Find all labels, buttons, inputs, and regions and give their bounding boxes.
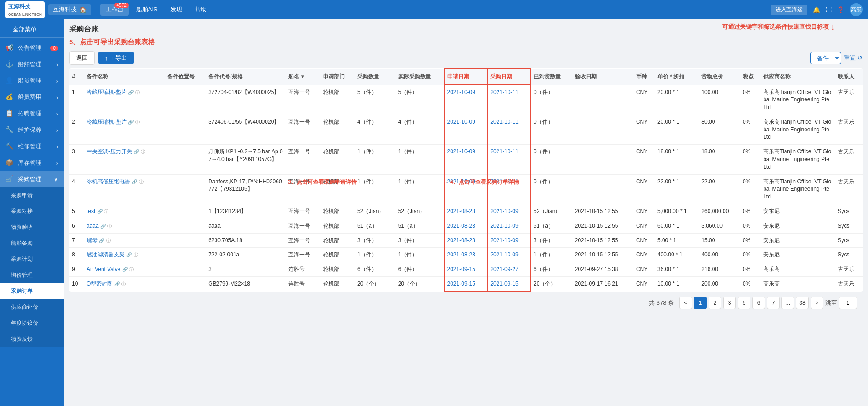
- purchase-date-link[interactable]: 2021-10-11: [490, 148, 518, 155]
- apply-date-link[interactable]: 2021-10-09: [447, 119, 475, 125]
- cell-purchase-date[interactable]: 2021-10-09: [487, 204, 530, 219]
- sidebar-sub-order[interactable]: 采购订单: [0, 283, 64, 299]
- sidebar-sub-feedback[interactable]: 物资反馈: [0, 331, 64, 347]
- sidebar-item-purchase[interactable]: 🛒 采购管理 ∨: [0, 171, 64, 187]
- sidebar-sub-plan[interactable]: 采购计划: [0, 251, 64, 267]
- cell-purchase-date[interactable]: 2021-09-27: [487, 262, 530, 277]
- apply-date-link[interactable]: 2021-09-15: [447, 281, 475, 287]
- apply-date-link[interactable]: 2021-08-23: [447, 251, 475, 258]
- sidebar-sub-apply[interactable]: 采购申请: [0, 187, 64, 203]
- announcement-icon: 📢: [5, 44, 13, 51]
- chevron-right-icon7: ›: [56, 160, 58, 167]
- sidebar-item-recruit[interactable]: 📋 招聘管理 ›: [0, 105, 64, 122]
- cell-purchase-date[interactable]: 2021-10-11: [487, 85, 530, 115]
- part-name-link[interactable]: 冷藏压缩机-垫片: [87, 119, 127, 125]
- sidebar-sub-receive[interactable]: 物资验收: [0, 219, 64, 235]
- question-icon[interactable]: ❓: [837, 6, 844, 13]
- logo-icon: 互海科技OCEAN LINK TECH: [8, 3, 42, 17]
- cell-purchase-date[interactable]: 2021-10-09: [487, 248, 530, 262]
- apply-date-link[interactable]: 2021-08-23: [447, 208, 475, 214]
- cell-apply-date[interactable]: 2021-09-15: [444, 262, 488, 277]
- sidebar-sub-annual[interactable]: 年度协议价: [0, 315, 64, 331]
- prev-btn[interactable]: <: [679, 297, 692, 309]
- jump-input[interactable]: [839, 297, 857, 309]
- info-icon: ⓘ: [135, 90, 140, 95]
- sidebar-item-maintenance[interactable]: 🔧 维护保养 ›: [0, 122, 64, 138]
- sidebar-item-announcement[interactable]: 📢 公告管理 0: [0, 40, 64, 56]
- purchase-date-link[interactable]: 2021-09-27: [490, 266, 518, 272]
- reset-button[interactable]: 重置 ↺: [844, 54, 863, 62]
- sidebar-item-crew[interactable]: 👤 船员管理 ›: [0, 73, 64, 89]
- cell-apply-date[interactable]: 2021-10-09: [444, 85, 488, 115]
- nav-discover[interactable]: 发现: [165, 4, 188, 16]
- avatar[interactable]: 高级: [850, 3, 863, 16]
- next-btn[interactable]: >: [811, 297, 823, 309]
- cell-purchase-date[interactable]: 2021-10-11: [487, 115, 530, 144]
- sidebar-item-repair[interactable]: 🔨 维修管理 ›: [0, 138, 64, 155]
- brand-tab[interactable]: 互海科技 🏠: [48, 4, 91, 15]
- cell-apply-date[interactable]: 2021-08-23: [444, 219, 488, 233]
- apply-date-link[interactable]: 2021-08-23: [447, 237, 475, 244]
- purchase-date-link[interactable]: 2021-10-09: [490, 208, 518, 214]
- cell-no: 6: [69, 219, 84, 233]
- part-name-link[interactable]: 中央空调-压力开关: [87, 148, 132, 155]
- part-name-link[interactable]: Air Vent Valve: [87, 266, 120, 272]
- cell-apply-date[interactable]: 2021-10-09: [444, 145, 488, 174]
- notification-icon[interactable]: 🔔: [813, 6, 820, 13]
- purchase-date-link[interactable]: 2021-09-15: [490, 281, 518, 287]
- purchase-date-link[interactable]: 2021-10-11: [490, 89, 518, 95]
- table-section: 3、点击可查看采购申请详情 ← → 4、点击可查看采购订单详情 # 备件名称 备…: [69, 68, 863, 314]
- page-5-btn[interactable]: 5: [738, 297, 750, 309]
- page-3-btn[interactable]: 3: [723, 297, 736, 309]
- purchase-date-link[interactable]: 2021-10-09: [490, 223, 518, 229]
- cell-purchase-date[interactable]: 2021-10-11: [487, 174, 530, 204]
- nav-workbench[interactable]: 工作台 4572: [100, 4, 129, 16]
- cell-purchase-date[interactable]: 2021-10-09: [487, 233, 530, 248]
- back-button[interactable]: 返回: [69, 51, 95, 65]
- purchase-date-link[interactable]: 2021-10-11: [490, 119, 518, 125]
- nav-ship-ais[interactable]: 船舶AIS: [131, 4, 163, 16]
- page-2-btn[interactable]: 2: [709, 297, 721, 309]
- cell-apply-date[interactable]: 2021-10-09: [444, 115, 488, 144]
- cell-purchase-date[interactable]: 2021-10-09: [487, 219, 530, 233]
- part-name-link[interactable]: 冷藏压缩机-垫片: [87, 89, 127, 95]
- export-button[interactable]: ↑ ↑ 导出: [98, 52, 134, 64]
- enter-btn[interactable]: 进入互海运: [771, 5, 807, 15]
- part-name-link[interactable]: 螺母: [87, 237, 98, 244]
- part-name-link[interactable]: test: [87, 208, 95, 214]
- purchase-date-link[interactable]: 2021-10-11: [490, 178, 518, 185]
- expand-icon[interactable]: ⛶: [826, 6, 832, 13]
- cell-apply-date[interactable]: 2021-08-23: [444, 233, 488, 248]
- sidebar-item-ship[interactable]: ⚓ 船舶管理 ›: [0, 56, 64, 73]
- apply-date-link[interactable]: 2021-10-09: [447, 89, 475, 95]
- sidebar-sub-ship-buy[interactable]: 船舶备购: [0, 235, 64, 251]
- apply-date-link[interactable]: 2021-10-09: [447, 178, 475, 185]
- part-name-link[interactable]: O型密封圈: [87, 281, 113, 287]
- cell-purchase-date[interactable]: 2021-09-15: [487, 277, 530, 291]
- sidebar-sub-inquiry[interactable]: 询价管理: [0, 267, 64, 283]
- purchase-date-link[interactable]: 2021-10-09: [490, 237, 518, 244]
- apply-date-link[interactable]: 2021-08-23: [447, 223, 475, 229]
- part-name-link[interactable]: 燃油滤清器支架: [87, 251, 125, 258]
- sidebar-sub-supplier[interactable]: 供应商评价: [0, 299, 64, 315]
- filter-select[interactable]: 备件: [810, 52, 841, 64]
- sidebar-item-crew-cost[interactable]: 💰 船员费用 ›: [0, 89, 64, 105]
- logo-box[interactable]: 互海科技OCEAN LINK TECH: [5, 1, 45, 18]
- part-name-link[interactable]: aaaa: [87, 223, 99, 229]
- page-1-btn[interactable]: 1: [694, 297, 707, 309]
- sidebar-item-inventory[interactable]: 📦 库存管理 ›: [0, 155, 64, 171]
- cell-apply-date[interactable]: 2021-09-15: [444, 277, 488, 291]
- page-38-btn[interactable]: 38: [796, 297, 809, 309]
- page-6-btn[interactable]: 6: [752, 297, 765, 309]
- cell-apply-date[interactable]: 2021-08-23: [444, 204, 488, 219]
- cell-purchase-date[interactable]: 2021-10-11: [487, 145, 530, 174]
- nav-help[interactable]: 帮助: [190, 4, 212, 16]
- sidebar-sub-docking[interactable]: 采购对接: [0, 203, 64, 219]
- cell-apply-date[interactable]: 2021-10-09: [444, 174, 488, 204]
- apply-date-link[interactable]: 2021-09-15: [447, 266, 475, 272]
- page-7-btn[interactable]: 7: [767, 297, 780, 309]
- apply-date-link[interactable]: 2021-10-09: [447, 148, 475, 155]
- part-name-link[interactable]: 冰机高低压继电器: [87, 178, 130, 185]
- purchase-date-link[interactable]: 2021-10-09: [490, 251, 518, 258]
- cell-apply-date[interactable]: 2021-08-23: [444, 248, 488, 262]
